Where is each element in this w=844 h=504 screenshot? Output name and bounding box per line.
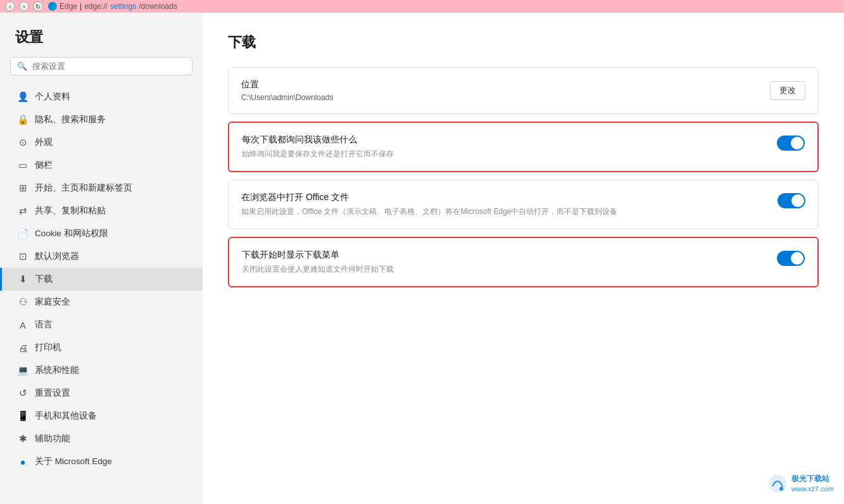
sidebar-item-share[interactable]: ⇄ 共享、复制和粘贴	[0, 199, 203, 222]
setting-card-office: 在浏览器中打开 Office 文件 如果启用此设置，Office 文件（演示文稿…	[228, 180, 819, 229]
sidebar-item-appearance[interactable]: ⊙ 外观	[0, 131, 203, 154]
sidebar-item-privacy[interactable]: 🔒 隐私、搜索和服务	[0, 108, 203, 131]
location-info: 位置 C:\Users\admin\Downloads	[241, 79, 333, 102]
share-icon: ⇄	[17, 205, 28, 217]
search-input[interactable]	[32, 61, 186, 71]
app-layout: 设置 🔍 👤 个人资料 🔒 隐私、搜索和服务 ⊙ 外观 ▭ 侧栏	[0, 13, 844, 504]
sidebar-item-label: 侧栏	[35, 160, 53, 171]
titlebar: ‹ › ↻ Edge | edge://settings/downloads	[0, 0, 844, 13]
setting-info-download-menu: 下载开始时显示下载菜单 关闭此设置会使人更难知道文件何时开始下载	[242, 249, 767, 275]
sidebar-item-label: 语言	[35, 319, 53, 331]
svg-point-0	[769, 475, 786, 493]
sidebar: 设置 🔍 👤 个人资料 🔒 隐私、搜索和服务 ⊙ 外观 ▭ 侧栏	[0, 13, 203, 504]
sidebar-item-label: 外观	[35, 137, 53, 148]
sidebar-item-label: 开始、主页和新建标签页	[35, 182, 132, 194]
profile-icon: 👤	[17, 91, 28, 103]
about-icon: ●	[17, 456, 28, 467]
watermark-text: 极光下载站 www.xz7.com	[791, 474, 834, 494]
startup-icon: ⊞	[17, 182, 28, 194]
page-title: 下载	[228, 33, 819, 52]
sidebar-item-label: 隐私、搜索和服务	[35, 114, 106, 125]
setting-info-ask: 每次下载都询问我该做些什么 始终询问我是要保存文件还是打开它而不保存	[242, 134, 767, 160]
sidebar-item-label: 辅助功能	[35, 433, 70, 444]
sidebar-item-label: 家庭安全	[35, 296, 70, 308]
url-separator: |	[80, 2, 82, 11]
sidebar-item-label: 打印机	[35, 342, 61, 353]
url-suffix: /downloads	[139, 2, 177, 11]
language-icon: A	[17, 319, 28, 331]
sidebar-item-about[interactable]: ● 关于 Microsoft Edge	[0, 450, 203, 473]
sidebar-title: 设置	[0, 28, 203, 57]
sidebar-item-language[interactable]: A 语言	[0, 313, 203, 336]
back-button[interactable]: ‹	[5, 1, 15, 11]
family-icon: ⚇	[17, 296, 28, 308]
watermark-logo-icon	[767, 474, 788, 494]
setting-label-ask: 每次下载都询问我该做些什么	[242, 134, 767, 146]
sidebar-item-sidebar[interactable]: ▭ 侧栏	[0, 154, 203, 177]
watermark-url: www.xz7.com	[791, 484, 834, 494]
sidebar-item-startup[interactable]: ⊞ 开始、主页和新建标签页	[0, 177, 203, 199]
nav-buttons: ‹ › ↻	[5, 1, 43, 11]
edge-favicon	[48, 2, 57, 11]
default-browser-icon: ⊡	[17, 251, 28, 262]
setting-desc-office: 如果启用此设置，Office 文件（演示文稿、电子表格、文档）将在Microso…	[241, 206, 767, 217]
sidebar-item-label: 手机和其他设备	[35, 410, 97, 422]
toggle-download-menu[interactable]	[777, 251, 805, 266]
location-label: 位置	[241, 79, 333, 91]
mobile-icon: 📱	[17, 410, 28, 422]
sidebar-nav: 👤 个人资料 🔒 隐私、搜索和服务 ⊙ 外观 ▭ 侧栏 ⊞ 开始、主页和新建标签…	[0, 85, 203, 473]
setting-label-download-menu: 下载开始时显示下载菜单	[242, 249, 767, 261]
setting-desc-ask: 始终询问我是要保存文件还是打开它而不保存	[242, 148, 767, 160]
sidebar-item-system[interactable]: 💻 系统和性能	[0, 359, 203, 382]
sidebar-item-label: 默认浏览器	[35, 251, 79, 262]
location-row: 位置 C:\Users\admin\Downloads 更改	[241, 79, 805, 102]
setting-row-office: 在浏览器中打开 Office 文件 如果启用此设置，Office 文件（演示文稿…	[241, 192, 805, 217]
appearance-icon: ⊙	[17, 137, 28, 148]
toggle-office[interactable]	[778, 193, 805, 208]
printer-icon: 🖨	[17, 342, 28, 353]
address-bar[interactable]: Edge | edge://settings/downloads	[48, 2, 177, 11]
sidebar-item-downloads[interactable]: ⬇ 下载	[0, 268, 203, 291]
sidebar-item-label: Cookie 和网站权限	[35, 228, 108, 239]
system-icon: 💻	[17, 365, 28, 376]
privacy-icon: 🔒	[17, 114, 28, 125]
setting-info-office: 在浏览器中打开 Office 文件 如果启用此设置，Office 文件（演示文稿…	[241, 192, 767, 217]
sidebar-item-mobile[interactable]: 📱 手机和其他设备	[0, 405, 203, 427]
reload-button[interactable]: ↻	[33, 1, 43, 11]
setting-label-office: 在浏览器中打开 Office 文件	[241, 192, 767, 203]
toggle-ask[interactable]	[777, 135, 805, 151]
watermark-brand: 极光下载站	[791, 474, 834, 484]
main-content: 下载 位置 C:\Users\admin\Downloads 更改 每次下载都询…	[203, 13, 844, 504]
search-icon: 🔍	[17, 61, 27, 71]
sidebar-item-accessibility[interactable]: ✱ 辅助功能	[0, 427, 203, 450]
change-location-button[interactable]: 更改	[770, 81, 805, 100]
sidebar-item-label: 重置设置	[35, 387, 70, 399]
svg-point-1	[779, 487, 783, 491]
sidebar-item-family[interactable]: ⚇ 家庭安全	[0, 291, 203, 313]
url-settings-part: settings	[110, 2, 136, 11]
setting-row-ask: 每次下载都询问我该做些什么 始终询问我是要保存文件还是打开它而不保存	[242, 134, 805, 160]
watermark: 极光下载站 www.xz7.com	[767, 474, 834, 494]
url-browser: Edge	[60, 2, 77, 11]
sidebar-item-cookies[interactable]: 📄 Cookie 和网站权限	[0, 222, 203, 245]
sidebar-item-profile[interactable]: 👤 个人资料	[0, 85, 203, 108]
sidebar-item-label: 共享、复制和粘贴	[35, 205, 106, 217]
search-box[interactable]: 🔍	[10, 57, 192, 75]
sidebar-item-default-browser[interactable]: ⊡ 默认浏览器	[0, 245, 203, 268]
forward-button[interactable]: ›	[19, 1, 29, 11]
sidebar-item-reset[interactable]: ↺ 重置设置	[0, 382, 203, 405]
sidebar-item-label: 下载	[35, 274, 53, 285]
location-path: C:\Users\admin\Downloads	[241, 93, 333, 102]
setting-card-download-menu: 下载开始时显示下载菜单 关闭此设置会使人更难知道文件何时开始下载	[228, 237, 819, 287]
setting-row-download-menu: 下载开始时显示下载菜单 关闭此设置会使人更难知道文件何时开始下载	[242, 249, 805, 275]
setting-card-ask: 每次下载都询问我该做些什么 始终询问我是要保存文件还是打开它而不保存	[228, 122, 819, 172]
accessibility-icon: ✱	[17, 433, 28, 444]
url-prefix: edge://	[84, 2, 108, 11]
downloads-icon: ⬇	[17, 274, 28, 285]
location-card: 位置 C:\Users\admin\Downloads 更改	[228, 67, 819, 114]
sidebar-item-label: 关于 Microsoft Edge	[35, 456, 112, 467]
sidebar-item-printer[interactable]: 🖨 打印机	[0, 336, 203, 359]
sidebar-item-label: 系统和性能	[35, 365, 79, 376]
sidebar-icon: ▭	[17, 160, 28, 171]
sidebar-item-label: 个人资料	[35, 91, 70, 103]
